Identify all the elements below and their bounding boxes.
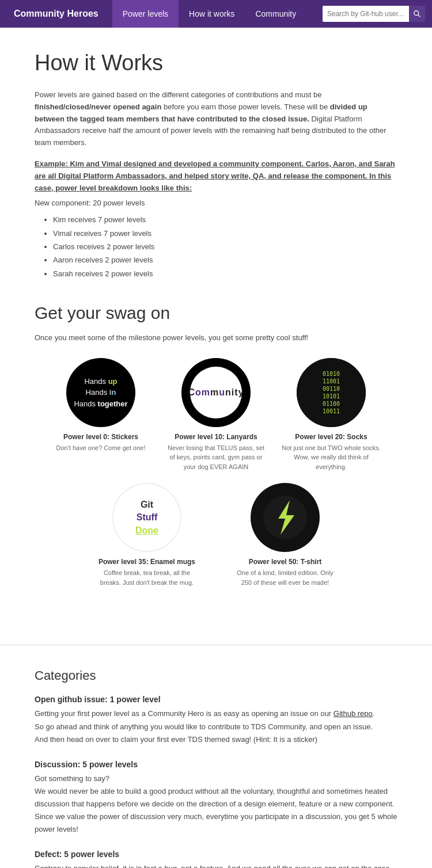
category-title-discussion: Discussion: 5 power levels (35, 760, 397, 769)
swag-title: Get your swag on (35, 303, 397, 323)
list-item: Sarah receives 2 power levels (53, 267, 397, 280)
example-text: Kim and Vimal designed and developed a c… (35, 159, 395, 192)
swag-title-sticker: Power level 0: Stickers (63, 433, 138, 441)
nav-link-community[interactable]: Community (245, 0, 306, 28)
swag-image-lanyard: Community (181, 358, 251, 427)
intro-normal2: before you earn those power levels. Thes… (161, 102, 329, 111)
swag-desc-sticker: Don't have one? Come get one! (56, 443, 146, 453)
swag-image-mug: Git Stuff Done (112, 483, 181, 552)
list-item: Aaron receives 2 power levels (53, 253, 397, 267)
swag-image-socks: 010101100100110101010110010011 (297, 358, 366, 427)
category-title-github: Open github issue: 1 power level (35, 695, 397, 704)
power-list: Kim receives 7 power levels Vimal receiv… (35, 213, 397, 280)
swag-title-tshirt: Power level 50: T-shirt (249, 558, 322, 566)
category-body-discussion: Got something to say? We would never be … (35, 772, 397, 836)
search-icon (413, 10, 421, 18)
nav-search (323, 6, 425, 22)
example-keyword: Example: (35, 159, 68, 168)
list-item: Vimal receives 7 power levels (53, 227, 397, 240)
list-item: Carlos receives 2 power levels (53, 240, 397, 253)
github-repo-link[interactable]: Github repo (334, 709, 373, 718)
swag-grid-row2: Git Stuff Done Power level 35: Enamel mu… (35, 483, 397, 587)
swag-desc-tshirt: One of a kind, limited edition. Only 250… (233, 568, 337, 587)
swag-item-lanyards: Community Power level 10: Lanyards Never… (164, 358, 268, 472)
categories-section: Categories Open github issue: 1 power le… (0, 668, 432, 868)
category-title-defect: Defect: 5 power levels (35, 850, 397, 859)
search-input[interactable] (323, 6, 409, 22)
categories-title: Categories (35, 668, 397, 683)
swag-desc-mug: Coffee break, tea break, all the breaks.… (95, 568, 199, 587)
swag-item-tshirt: Power level 50: T-shirt One of a kind, l… (233, 483, 337, 587)
swag-title-lanyard: Power level 10: Lanyards (175, 433, 257, 441)
swag-item-socks: 010101100100110101010110010011 Power lev… (279, 358, 383, 472)
section-divider (0, 645, 432, 645)
swag-grid-row1: Hands up Hands in Hands together Power l… (35, 358, 397, 472)
swag-title-socks: Power level 20: Socks (295, 433, 367, 441)
search-button[interactable] (409, 6, 425, 22)
category-item-discussion: Discussion: 5 power levels Got something… (35, 760, 397, 836)
category-item-github: Open github issue: 1 power level Getting… (35, 695, 397, 745)
swag-desc-socks: Not just one but TWO whole socks. Wow, w… (279, 443, 383, 472)
swag-item-mug: Git Stuff Done Power level 35: Enamel mu… (95, 483, 199, 587)
navbar: Community Heroes Power levels How it wor… (0, 0, 432, 28)
intro-normal1: Power levels are gained based on the dif… (35, 90, 321, 99)
main-content: How it Works Power levels are gained bas… (0, 28, 432, 622)
example-label: Example: Kim and Vimal designed and deve… (35, 158, 397, 194)
nav-brand: Community Heroes (0, 9, 112, 19)
swag-image-tshirt (251, 483, 320, 552)
swag-intro: Once you meet some of the milestone powe… (35, 332, 397, 344)
new-component-label: New component: 20 power levels (35, 197, 397, 210)
intro-paragraph: Power levels are gained based on the dif… (35, 89, 397, 149)
swag-title-mug: Power level 35: Enamel mugs (98, 558, 195, 566)
svg-point-0 (414, 11, 419, 16)
nav-links: Power levels How it works Community (112, 0, 323, 28)
swag-desc-lanyard: Never losing that TELUS pass, set of key… (164, 443, 268, 472)
page-title: How it Works (35, 51, 397, 75)
nav-link-power-levels[interactable]: Power levels (112, 0, 179, 28)
swag-item-stickers: Hands up Hands in Hands together Power l… (49, 358, 153, 472)
category-body-github: Getting your first power level as a Comm… (35, 707, 397, 745)
category-item-defect: Defect: 5 power levels Contrary to popul… (35, 850, 397, 868)
swag-image-sticker: Hands up Hands in Hands together (66, 358, 135, 427)
nav-link-how-it-works[interactable]: How it works (179, 0, 245, 28)
lightning-icon (262, 494, 308, 540)
list-item: Kim receives 7 power levels (53, 213, 397, 226)
category-body-defect: Contrary to popular belief, it is in fac… (35, 862, 397, 868)
svg-line-1 (418, 15, 420, 17)
intro-bold1: finished/closed/never opened again (35, 102, 161, 111)
